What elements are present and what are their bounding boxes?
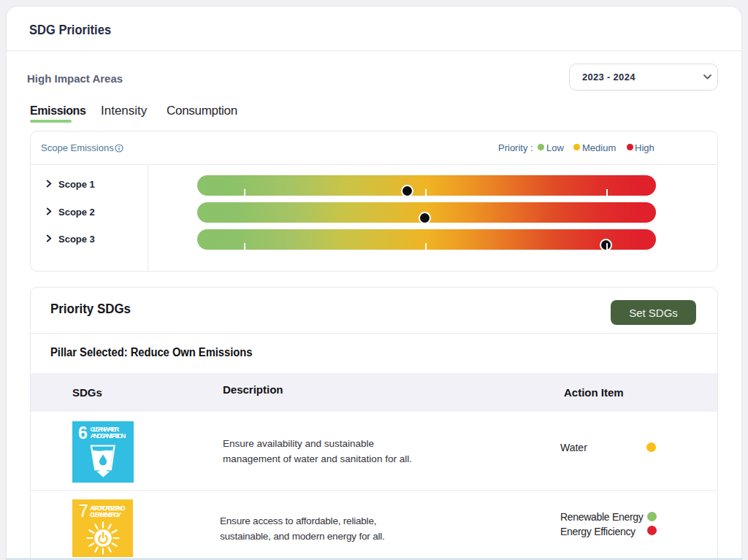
svg-text:CLEAN ENERGY: CLEAN ENERGY (90, 510, 122, 518)
svg-text:6: 6 (78, 423, 88, 442)
svg-text:7: 7 (79, 501, 88, 521)
svg-text:AND SANITATION: AND SANITATION (90, 431, 126, 440)
